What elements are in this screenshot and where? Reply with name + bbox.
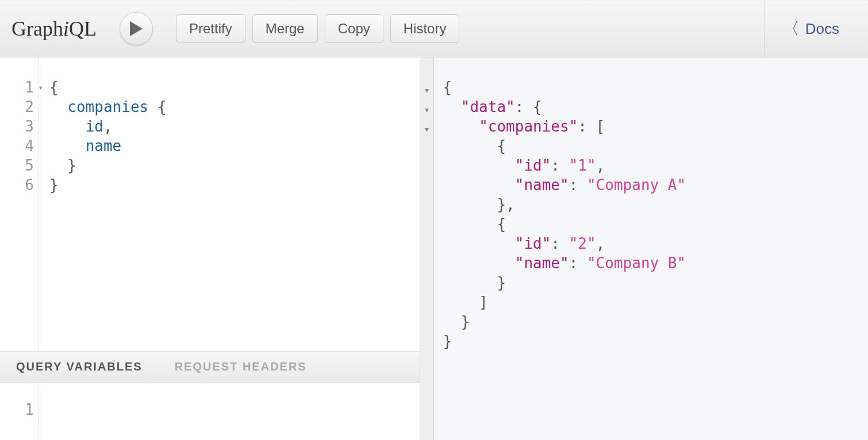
- field-token: companies: [67, 98, 148, 115]
- result-line: }: [443, 312, 863, 331]
- app-logo: GraphiQL: [11, 17, 97, 41]
- result-line: {: [443, 214, 863, 234]
- code-line: }: [49, 156, 414, 175]
- result-line: "data": {: [443, 97, 863, 117]
- line-number: 1: [0, 78, 34, 97]
- json-punc: : {: [515, 98, 542, 115]
- code-line: id,: [49, 117, 414, 136]
- result-line: }: [443, 331, 863, 351]
- line-number: 5: [0, 156, 34, 175]
- json-punc: }: [443, 274, 506, 291]
- json-key: "data": [461, 98, 515, 115]
- execute-button[interactable]: [120, 12, 153, 45]
- docs-label: Docs: [805, 20, 839, 38]
- json-punc: [443, 98, 461, 115]
- code-line: name: [49, 136, 414, 156]
- line-number: 1: [0, 400, 34, 419]
- json-string: "2": [569, 235, 596, 252]
- prettify-button[interactable]: Prettify: [176, 14, 245, 43]
- line-number: 2: [0, 97, 34, 117]
- json-punc: [443, 235, 515, 252]
- secondary-tabbar: QUERY VARIABLES REQUEST HEADERS: [0, 351, 420, 383]
- query-gutter: 123456: [0, 57, 39, 351]
- query-editor[interactable]: 123456 { companies { id, name }}: [0, 57, 420, 351]
- json-string: "1": [569, 157, 596, 174]
- json-string: "Company B": [587, 254, 686, 272]
- copy-button[interactable]: Copy: [325, 14, 383, 43]
- json-punc: :: [569, 176, 587, 194]
- split-drag-bar[interactable]: ▾▾▾: [420, 57, 434, 440]
- main-area: 123456 { companies { id, name }} QUERY V…: [0, 57, 868, 440]
- json-punc: [443, 157, 515, 174]
- punc-token: [49, 157, 67, 174]
- code-line: companies {: [49, 97, 414, 117]
- result-line: }: [443, 273, 863, 292]
- json-key: "companies": [479, 118, 578, 135]
- json-key: "name": [515, 176, 569, 194]
- docs-toggle[interactable]: 〈 Docs: [765, 1, 857, 57]
- json-punc: [443, 254, 515, 272]
- punc-token: ,: [103, 118, 113, 135]
- result-line: "companies": [: [443, 117, 863, 136]
- json-punc: {: [443, 79, 452, 96]
- result-line: "id": "1",: [443, 156, 863, 175]
- result-line: "id": "2",: [443, 234, 863, 253]
- logo-i: i: [63, 17, 69, 40]
- punc-token: }: [49, 176, 59, 194]
- json-punc: ,: [596, 235, 605, 252]
- result-line: {: [443, 78, 863, 97]
- punc-token: [49, 118, 86, 135]
- json-key: "name": [515, 254, 569, 272]
- json-key: "id": [515, 157, 551, 174]
- json-punc: :: [551, 157, 569, 174]
- json-string: "Company A": [587, 176, 686, 194]
- variables-codearea[interactable]: [39, 383, 420, 440]
- json-punc: {: [443, 215, 506, 233]
- field-token: id: [86, 118, 103, 135]
- variables-gutter: 1: [0, 383, 39, 440]
- result-line: {: [443, 136, 863, 156]
- tab-query-variables[interactable]: QUERY VARIABLES: [0, 360, 159, 373]
- result-line: "name": "Company A": [443, 175, 863, 195]
- json-punc: [443, 176, 515, 194]
- chevron-left-icon: 〈: [782, 17, 800, 41]
- fold-marker-icon[interactable]: ▾: [425, 100, 429, 119]
- logo-suffix: QL: [69, 17, 97, 40]
- result-line: },: [443, 195, 863, 214]
- json-punc: : [: [578, 118, 605, 135]
- history-button[interactable]: History: [390, 14, 460, 43]
- json-punc: ,: [596, 157, 605, 174]
- json-punc: [443, 118, 479, 135]
- result-line: "name": "Company B": [443, 253, 863, 273]
- line-number: 3: [0, 117, 34, 136]
- punc-token: [49, 98, 67, 115]
- result-panel: { "data": { "companies": [ { "id": "1", …: [434, 57, 869, 440]
- tab-request-headers[interactable]: REQUEST HEADERS: [159, 360, 323, 373]
- logo-prefix: Graph: [11, 17, 63, 40]
- merge-button[interactable]: Merge: [252, 14, 318, 43]
- editor-panel: 123456 { companies { id, name }} QUERY V…: [0, 57, 420, 440]
- field-token: name: [86, 137, 122, 155]
- punc-token: [49, 137, 86, 155]
- query-codearea[interactable]: { companies { id, name }}: [39, 57, 420, 351]
- fold-marker-icon[interactable]: ▾: [425, 80, 429, 100]
- json-key: "id": [515, 235, 551, 252]
- json-punc: :: [569, 254, 587, 272]
- json-punc: },: [443, 196, 515, 213]
- result-line: ]: [443, 292, 863, 312]
- code-line: {: [49, 78, 414, 97]
- punc-token: {: [49, 79, 59, 96]
- play-icon: [130, 21, 143, 36]
- fold-marker-icon[interactable]: ▾: [425, 119, 429, 139]
- json-punc: {: [443, 137, 506, 155]
- variables-editor[interactable]: 1: [0, 383, 420, 440]
- json-punc: }: [443, 333, 452, 350]
- punc-token: {: [148, 98, 166, 115]
- json-punc: ]: [443, 294, 488, 311]
- json-punc: }: [443, 313, 470, 330]
- line-number: 6: [0, 175, 34, 195]
- topbar: GraphiQL Prettify Merge Copy History 〈 D…: [0, 0, 868, 57]
- punc-token: }: [67, 157, 76, 174]
- line-number: 4: [0, 136, 34, 156]
- code-line: }: [49, 175, 414, 195]
